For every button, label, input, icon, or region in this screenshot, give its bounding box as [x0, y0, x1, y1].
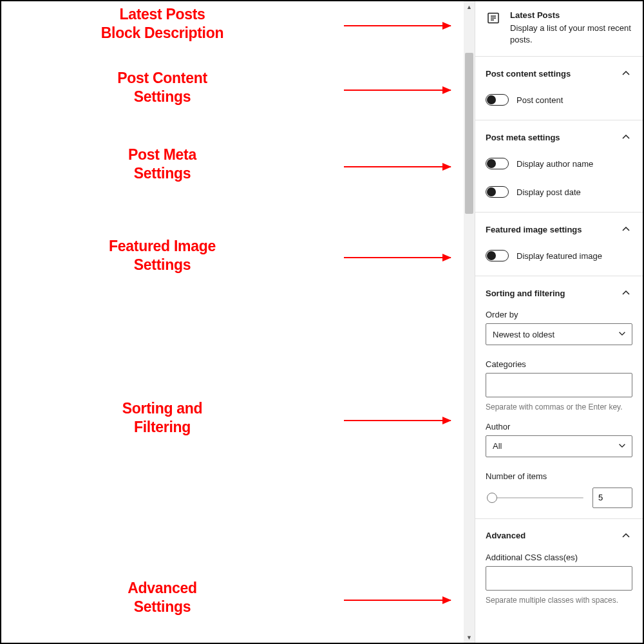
- panel-post-content: Post content settings Post content: [475, 57, 643, 120]
- toggle-row-post-date: Display post date: [486, 182, 632, 202]
- annotation-arrow: [344, 600, 451, 601]
- panel-header-featured-image[interactable]: Featured image settings: [475, 213, 643, 246]
- annotation-arrow: [344, 25, 451, 26]
- select-value: All: [493, 441, 502, 451]
- scroll-up-arrow[interactable]: ▲: [464, 1, 475, 12]
- chevron-up-icon: [620, 67, 632, 80]
- chevron-up-icon: [620, 223, 632, 236]
- panel-title: Sorting and filtering: [486, 289, 565, 298]
- toggle-row-post-content: Post content: [486, 90, 632, 109]
- annotation-area: Latest Posts Block Description Post Cont…: [1, 1, 464, 643]
- annotation-label: Settings: [1, 88, 323, 106]
- toggle-display-featured-image[interactable]: [486, 250, 509, 261]
- field-number-of-items: Number of items: [486, 471, 632, 508]
- latest-posts-icon: [486, 10, 501, 26]
- chevron-down-icon: [618, 440, 627, 451]
- panel-featured-image: Featured image settings Display featured…: [475, 213, 643, 276]
- toggle-display-post-date[interactable]: [486, 186, 509, 198]
- annotation-label: Block Description: [1, 24, 323, 43]
- annotation-sorting-filtering: Sorting and Filtering: [1, 399, 323, 437]
- field-label: Order by: [486, 310, 632, 319]
- select-author[interactable]: All: [486, 435, 632, 457]
- annotation-advanced: Advanced Settings: [1, 579, 323, 616]
- annotation-arrow: [344, 257, 451, 258]
- panel-title: Featured image settings: [486, 225, 582, 234]
- toggle-row-author-name: Display author name: [486, 154, 632, 173]
- annotation-label: Settings: [1, 256, 323, 274]
- field-label: Author: [486, 422, 632, 431]
- field-label: Additional CSS class(es): [486, 553, 632, 562]
- panel-title: Post content settings: [486, 69, 571, 79]
- slider-thumb[interactable]: [487, 493, 497, 503]
- panel-advanced: Advanced Additional CSS class(es) Separa…: [475, 519, 643, 616]
- annotation-label: Post Meta: [1, 146, 323, 164]
- panel-post-meta: Post meta settings Display author name D…: [475, 120, 643, 213]
- panel-header-post-meta[interactable]: Post meta settings: [475, 120, 643, 154]
- select-value: Newest to oldest: [493, 330, 554, 339]
- toggle-row-featured-image: Display featured image: [486, 246, 632, 265]
- annotation-label: Latest Posts: [1, 5, 323, 24]
- panel-sorting-filtering: Sorting and filtering Order by Newest to…: [475, 276, 643, 519]
- scroll-thumb[interactable]: [465, 53, 473, 214]
- panel-header-post-content[interactable]: Post content settings: [475, 57, 643, 90]
- field-label: Number of items: [486, 471, 632, 481]
- field-categories: Categories Separate with commas or the E…: [486, 359, 632, 413]
- panel-header-sorting-filtering[interactable]: Sorting and filtering: [475, 276, 643, 310]
- block-description: Display a list of your most recent posts…: [510, 23, 632, 46]
- annotation-label: Post Content: [1, 69, 323, 88]
- select-order-by[interactable]: Newest to oldest: [486, 323, 632, 345]
- slider-number-of-items[interactable]: [486, 492, 583, 504]
- toggle-post-content[interactable]: [486, 94, 509, 106]
- toggle-display-author-name[interactable]: [486, 158, 509, 169]
- field-author: Author All: [486, 422, 632, 457]
- input-categories[interactable]: [486, 373, 632, 397]
- toggle-label: Display featured image: [516, 251, 602, 261]
- annotation-arrow: [344, 166, 451, 167]
- chevron-up-icon: [620, 529, 632, 542]
- annotation-post-meta: Post Meta Settings: [1, 146, 323, 183]
- slider-track: [492, 497, 583, 498]
- panel-title: Post meta settings: [486, 133, 560, 142]
- chevron-up-icon: [620, 131, 632, 144]
- annotation-label: Settings: [1, 598, 323, 616]
- scroll-down-arrow[interactable]: ▼: [464, 632, 475, 643]
- field-order-by: Order by Newest to oldest: [486, 310, 632, 345]
- block-title: Latest Posts: [510, 10, 632, 20]
- annotation-label: Sorting and: [1, 399, 323, 418]
- editor-scrollbar[interactable]: ▲ ▼: [464, 1, 475, 643]
- field-label: Categories: [486, 359, 632, 369]
- input-number-of-items[interactable]: [592, 488, 632, 508]
- chevron-down-icon: [618, 329, 627, 340]
- toggle-label: Display author name: [516, 159, 593, 169]
- help-text: Separate multiple classes with spaces.: [486, 596, 632, 606]
- block-card-text: Latest Posts Display a list of your most…: [510, 10, 632, 46]
- annotation-arrow: [344, 420, 451, 421]
- annotation-label: Advanced: [1, 579, 323, 598]
- help-text: Separate with commas or the Enter key.: [486, 402, 632, 413]
- annotation-arrow: [344, 90, 451, 91]
- annotation-label: Filtering: [1, 418, 323, 437]
- panel-header-advanced[interactable]: Advanced: [475, 519, 643, 553]
- toggle-label: Post content: [516, 95, 563, 105]
- annotation-featured-image: Featured Image Settings: [1, 237, 323, 274]
- annotation-label: Settings: [1, 164, 323, 183]
- panel-title: Advanced: [486, 531, 526, 540]
- annotation-block-description: Latest Posts Block Description: [1, 5, 323, 43]
- toggle-label: Display post date: [516, 187, 581, 197]
- annotation-post-content: Post Content Settings: [1, 69, 323, 106]
- chevron-up-icon: [620, 287, 632, 299]
- annotation-label: Featured Image: [1, 237, 323, 256]
- block-settings-sidebar: Latest Posts Display a list of your most…: [475, 1, 643, 643]
- input-css-classes[interactable]: [486, 566, 632, 591]
- field-css-classes: Additional CSS class(es) Separate multip…: [486, 553, 632, 606]
- block-card: Latest Posts Display a list of your most…: [475, 1, 643, 57]
